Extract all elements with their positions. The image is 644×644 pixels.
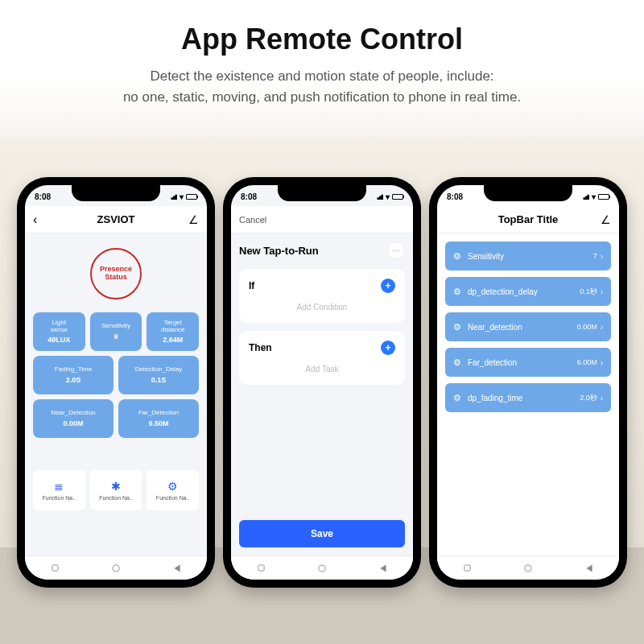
android-nav [231,555,413,580]
if-label: If [249,280,254,291]
nav-home-icon[interactable] [319,564,326,572]
tile-label: Fading_Time [55,366,92,374]
nav-home-icon[interactable] [525,564,532,572]
edit-button[interactable]: ∠ [597,213,611,226]
tile-value: 2.64M [163,336,183,344]
setting-value: 2.0秒 [580,393,597,403]
then-hint[interactable]: Add Task [239,365,405,385]
then-block: Then + Add Task [239,331,405,385]
setting-far-detection[interactable]: ⚙ Far_detection 6.00M › [445,348,611,377]
phone3-content: ⚙ Sensitivity 7 › ⚙ dp_detection_delay 0… [437,233,619,555]
topbar-title: TopBar Title [460,213,597,225]
wifi-icon: ▾ [180,192,184,201]
list-icon: ≣ [54,480,64,493]
topbar: Cancel [231,206,413,233]
content-header: New Tap-to-Run ⋯ [239,242,405,259]
setting-name: Sensitivity [468,252,593,261]
wifi-icon: ▾ [592,192,596,201]
phone1-content: Presence Status Light sense 49LUX Sensit… [25,233,207,555]
tile-target-distance[interactable]: Target distance 2.64M [147,312,199,351]
chevron-right-icon: › [601,394,603,402]
then-row: Then + [239,331,405,365]
wifi-icon: ▾ [386,192,390,201]
android-nav [437,555,619,580]
nav-recent-icon[interactable] [464,564,471,571]
gear-icon: ⚙ [453,393,461,403]
nav-back-icon[interactable] [380,564,386,572]
setting-name: dp_detection_delay [468,287,580,296]
setting-near-detection[interactable]: ⚙ Near_detection 0.00M › [445,312,611,341]
if-row: If + [239,269,405,303]
status-icons: ▾ [169,192,197,201]
tile-value: 49LUX [47,336,70,344]
if-block: If + Add Condition [239,269,405,323]
tile-detection-delay[interactable]: Detection_Delay 0.1S [118,356,199,394]
gear-icon: ⚙ [453,251,461,262]
battery-icon [598,194,609,200]
tile-far-detection[interactable]: Far_Detection 9.50M [118,399,199,438]
chevron-right-icon: › [601,252,603,261]
signal-icon [581,194,589,200]
setting-sensitivity[interactable]: ⚙ Sensitivity 7 › [445,242,611,270]
snow-icon: ✱ [111,480,121,493]
battery-icon [392,194,403,200]
notch [72,185,160,201]
gear-icon: ⚙ [453,322,461,332]
nav-recent-icon[interactable] [258,564,265,571]
setting-value: 7 [593,252,597,260]
function-button-3[interactable]: ⚙ Function Na.. [147,470,199,510]
then-label: Then [249,342,272,353]
edit-button[interactable]: ∠ [184,213,199,226]
more-button[interactable]: ⋯ [387,242,405,259]
nav-back-icon[interactable] [174,564,180,572]
nav-home-icon[interactable] [113,564,120,572]
setting-detection-delay[interactable]: ⚙ dp_detection_delay 0.1秒 › [445,277,611,306]
add-condition-button[interactable]: + [381,279,395,293]
battery-icon [186,194,197,200]
add-task-button[interactable]: + [381,341,395,355]
nav-recent-icon[interactable] [52,564,59,571]
presence-wrap: Presence Status [33,240,199,312]
function-button-2[interactable]: ✱ Function Na.. [90,470,142,510]
tile-fading-time[interactable]: Fading_Time 2.0S [33,356,114,394]
save-button[interactable]: Save [239,520,405,547]
tile-value: 2.0S [66,376,81,384]
screen-title: New Tap-to-Run [239,245,319,257]
setting-fading-time[interactable]: ⚙ dp_fading_time 2.0秒 › [445,383,611,412]
tile-light-sense[interactable]: Light sense 49LUX [33,312,85,351]
page-subtitle: Detect the existence and motion state of… [0,66,644,107]
notch [278,185,366,201]
tile-label: Sensitivity [101,323,130,330]
tile-label: Near_Detection [51,410,96,417]
chevron-right-icon: › [601,358,603,367]
status-time: 8:08 [447,192,463,201]
tile-label: Light sense [51,320,68,334]
phone-1-screen: 8:08 ▾ ‹ ZSVIOT ∠ Presence Status Ligh [25,185,207,580]
back-button[interactable]: ‹ [33,213,47,227]
tile-sensitivity[interactable]: Sensitivity 9 [90,312,142,351]
tile-label: Target distance [161,320,185,334]
setting-value: 0.1秒 [580,287,597,297]
gear-icon: ⚙ [453,287,461,297]
status-icons: ▾ [375,192,403,201]
function-label: Function Na.. [43,495,76,501]
signal-icon [375,194,383,200]
setting-value: 6.00M [577,358,597,366]
phone-2-screen: 8:08 ▾ Cancel New Tap-to-Run ⋯ If [231,185,413,580]
if-hint[interactable]: Add Condition [239,303,405,323]
tiles-grid: Light sense 49LUX Sensitivity 9 Target d… [33,312,199,438]
nav-back-icon[interactable] [586,564,592,572]
phone-3-screen: 8:08 ▾ TopBar Title ∠ ⚙ Sensitivity 7 › [437,185,619,580]
cancel-button[interactable]: Cancel [239,215,266,225]
gear-icon: ⚙ [167,480,178,493]
presence-status-circle[interactable]: Presence Status [90,248,142,299]
topbar: ‹ ZSVIOT ∠ [25,206,207,233]
subtitle-line-2: no one, static, moving, and push notific… [123,89,521,105]
status-time: 8:08 [35,192,51,201]
tile-near-detection[interactable]: Near_Detection 0.00M [33,399,114,438]
topbar: TopBar Title ∠ [437,206,619,233]
chevron-right-icon: › [601,323,603,332]
tile-value: 0.1S [151,376,167,384]
subtitle-line-1: Detect the existence and motion state of… [150,68,493,84]
function-button-1[interactable]: ≣ Function Na.. [33,470,85,510]
